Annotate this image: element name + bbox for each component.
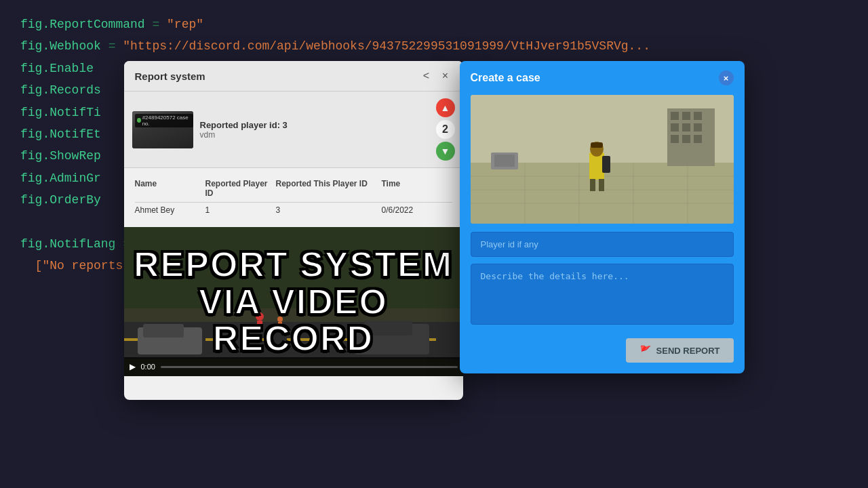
report-info: Reported player id: 3 vdm <box>200 120 429 140</box>
svg-rect-22 <box>143 324 184 338</box>
close-button[interactable]: × <box>439 69 452 83</box>
vote-count: 2 <box>436 120 455 139</box>
panel-controls: < × <box>420 69 452 83</box>
svg-point-8 <box>156 128 160 132</box>
panels-wrapper: Report system < × <box>124 61 745 400</box>
ui-overlay: Report system < × <box>0 0 868 488</box>
video-controls: ▶ 0:00 <box>124 357 463 376</box>
svg-rect-6 <box>136 126 149 136</box>
svg-rect-45 <box>671 135 679 143</box>
screenshot-scene <box>471 95 734 224</box>
cell-this-player-id: 3 <box>276 205 382 215</box>
cell-reported-id: 1 <box>205 205 276 215</box>
vote-down-button[interactable]: ▼ <box>436 142 455 161</box>
table-row: Ahmet Bey 1 3 0/6/2022 <box>135 203 452 218</box>
svg-rect-42 <box>671 123 679 131</box>
send-report-area: 🚩 SEND REPORT <box>460 338 745 373</box>
svg-rect-2 <box>132 140 193 143</box>
send-report-label: SEND REPORT <box>656 346 720 356</box>
svg-rect-3 <box>139 141 149 142</box>
report-panel-title: Report system <box>135 70 205 82</box>
svg-rect-16 <box>246 338 273 341</box>
svg-rect-1 <box>132 135 193 148</box>
video-area: REPORT SYSTEM VIA VIDEO RECORD ▶ 0:00 <box>124 227 463 376</box>
svg-rect-52 <box>591 142 603 148</box>
cell-name: Ahmet Bey <box>135 205 205 215</box>
svg-rect-54 <box>590 179 595 191</box>
video-time: 0:00 <box>141 363 155 371</box>
case-screenshot <box>471 95 734 224</box>
col-name: Name <box>135 179 205 198</box>
cell-time: 0/6/2022 <box>382 205 452 215</box>
progress-bar[interactable] <box>161 366 458 368</box>
svg-rect-41 <box>694 112 702 120</box>
col-reported-player-id: Reported Player ID <box>205 179 276 198</box>
report-panel-header: Report system < × <box>124 61 463 92</box>
player-id-input[interactable] <box>471 232 734 257</box>
create-case-panel: Create a case × <box>460 61 745 373</box>
case-dot-icon <box>137 118 141 123</box>
back-button[interactable]: < <box>420 69 433 83</box>
svg-point-25 <box>256 312 264 321</box>
svg-rect-47 <box>694 135 702 143</box>
report-type: vdm <box>200 130 429 140</box>
col-reported-this-player-id: Reported This Player ID <box>276 179 382 198</box>
svg-rect-9 <box>157 132 159 138</box>
video-background: REPORT SYSTEM VIA VIDEO RECORD <box>124 227 463 376</box>
reported-player-id-label: Reported player id: 3 <box>200 120 429 130</box>
svg-rect-18 <box>328 338 355 341</box>
send-report-button[interactable]: 🚩 SEND REPORT <box>626 338 734 363</box>
table-header: Name Reported Player ID Reported This Pl… <box>135 175 452 203</box>
svg-rect-40 <box>682 112 690 120</box>
svg-rect-28 <box>278 322 282 329</box>
svg-rect-39 <box>671 112 679 120</box>
col-time: Time <box>382 179 452 198</box>
create-case-title: Create a case <box>471 72 540 84</box>
case-badge: #2489420572 case no. <box>135 114 193 127</box>
svg-rect-17 <box>287 338 314 341</box>
report-panel: Report system < × <box>124 61 463 400</box>
report-card: #2489420572 case no. Reported player id:… <box>124 92 463 168</box>
svg-rect-53 <box>602 156 610 173</box>
create-case-close-button[interactable]: × <box>719 70 734 85</box>
svg-rect-26 <box>257 321 262 330</box>
create-case-header: Create a case × <box>460 61 745 95</box>
case-number: #2489420572 case no. <box>142 115 191 127</box>
svg-rect-49 <box>494 155 515 167</box>
svg-rect-24 <box>365 321 412 336</box>
svg-point-27 <box>277 317 283 322</box>
vote-up-button[interactable]: ▲ <box>436 98 455 117</box>
svg-rect-46 <box>682 135 690 143</box>
details-textarea[interactable] <box>471 264 734 325</box>
report-thumbnail: #2489420572 case no. <box>132 111 193 148</box>
svg-rect-43 <box>682 123 690 131</box>
play-button[interactable]: ▶ <box>130 362 136 371</box>
svg-rect-4 <box>159 141 170 142</box>
svg-rect-44 <box>694 123 702 131</box>
flag-icon: 🚩 <box>639 345 651 356</box>
vote-controls: ▲ 2 ▼ <box>436 98 455 161</box>
svg-rect-5 <box>176 141 186 142</box>
svg-rect-15 <box>205 338 233 341</box>
svg-rect-55 <box>599 179 604 191</box>
report-table: Name Reported Player ID Reported This Pl… <box>124 168 463 222</box>
